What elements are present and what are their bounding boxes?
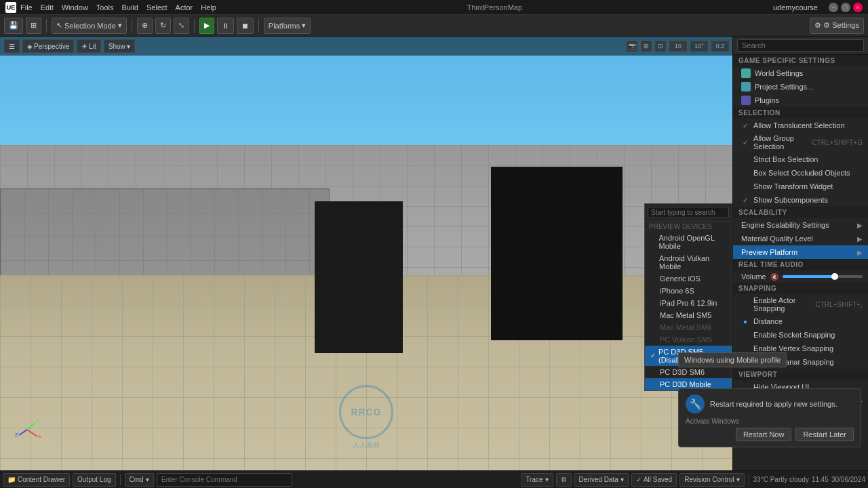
bottom-bar: 📁 Content Drawer Output Log Cmd ▾ Trace … [0,470,868,488]
titlebar-menu: File Edit Window Tools Build Select Acto… [20,3,216,12]
box-select-occluded-item[interactable]: Box Select Occluded Objects [733,166,868,180]
dropdown-item-0[interactable]: Android OpenGL Mobile [645,232,732,252]
main-toolbar: 💾 ⊞ ↖ Selection Mode ▾ ⊕ ↻ ⤡ ▶ ⏸ ⏹ Platf… [0,15,868,37]
allow-group-selection-item[interactable]: ✓ Allow Group Selection CTRL+SHIFT+G [733,132,868,152]
viewport-icon-grid[interactable]: ⊞ [640,40,652,52]
search-area [733,37,868,55]
volume-fill [783,275,835,278]
settings-button[interactable]: ⚙ ⚙ Settings [810,18,864,34]
output-log-button[interactable]: Output Log [73,473,115,487]
transform-button[interactable]: ⊕ [137,18,153,34]
maximize-button[interactable]: □ [841,3,850,12]
distance-item[interactable]: ● Distance [733,314,868,328]
enable-actor-snapping-item[interactable]: Enable Actor Snapping CTRL+SHIFT+, [733,294,868,314]
save-all-icon: ⊞ [31,21,37,30]
menu-tools[interactable]: Tools [96,3,114,12]
check-show-transform [741,182,749,190]
menu-window[interactable]: Window [62,3,88,12]
pause-button[interactable]: ⏸ [217,18,234,34]
settings-icon-btn[interactable]: ⚙ [556,473,572,487]
all-saved-button[interactable]: ✓ All Saved [631,473,677,487]
save-button[interactable]: 💾 [4,18,23,34]
selection-icon: ↖ [56,21,62,30]
play-button[interactable]: ▶ [199,18,214,34]
derived-data-button[interactable]: Derived Data ▾ [574,473,629,487]
restart-later-button[interactable]: Restart Later [795,428,854,441]
dropdown-item-4[interactable]: iPad Pro 6 12.9in [645,297,732,309]
cmd-button[interactable]: Cmd ▾ [125,473,154,487]
viewport-icon-snap[interactable]: ⊡ [654,40,667,52]
allow-translucent-item[interactable]: ✓ Allow Translucent Selection [733,119,868,132]
selection-mode-button[interactable]: ↖ Selection Mode ▾ [52,18,127,34]
svg-line-1 [27,423,35,430]
section-selection: SELECTION [733,107,868,119]
svg-text:Z: Z [15,432,18,438]
ue-logo: UE [5,2,16,13]
content-drawer-icon: 📁 [7,476,16,483]
viewport-icon-camera[interactable]: 📷 [626,40,638,52]
show-transform-item[interactable]: Show Transform Widget [733,180,868,193]
viewport[interactable]: ☰ ◈ Perspective ☀ Lit Show ▾ 📷 ⊞ ⊡ 10 10… [0,37,732,470]
revision-control-button[interactable]: Revision Control ▾ [679,473,744,487]
show-button[interactable]: Show ▾ [104,39,135,53]
dropdown-item-1[interactable]: Android Vulkan Mobile [645,252,732,272]
preview-platform-item[interactable]: Preview Platform ▶ [733,245,868,259]
show-subcomponents-item[interactable]: ✓ Show Subcomponents [733,193,868,207]
restart-buttons: Restart Now Restart Later [686,428,854,441]
dropdown-item-3[interactable]: iPhone 6S [645,285,732,297]
temperature-label: 33°C Partly cloudy [753,476,809,483]
menu-edit[interactable]: Edit [41,3,54,12]
viewport-icon-scale[interactable]: 0.2 [711,40,730,52]
dropdown-item-5[interactable]: Mac Metal SM5 [645,309,732,321]
stop-button[interactable]: ⏹ [237,18,254,34]
plugins-icon [741,96,751,105]
save-all-button[interactable]: ⊞ [26,18,41,34]
toolbar-separator-1 [46,19,47,33]
platforms-button[interactable]: Platforms ▾ [264,18,311,34]
scale-button[interactable]: ⤡ [174,18,189,34]
enable-socket-snapping-item[interactable]: Enable Socket Snapping [733,328,868,342]
chevron-down-icon: ▾ [736,476,740,483]
viewport-icon-10[interactable]: 10 [669,40,688,52]
mute-icon[interactable]: 🔇 [770,273,778,281]
project-settings-item[interactable]: Project Settings... [733,80,868,94]
minimize-button[interactable]: − [829,3,838,12]
dropdown-item-2[interactable]: Generic iOS [645,272,732,285]
engine-scalability-item[interactable]: Engine Scalability Settings ▶ [733,218,868,232]
menu-actor[interactable]: Actor [176,3,193,12]
watermark: RRCG 人人素材 [339,385,393,450]
menu-file[interactable]: File [20,3,33,12]
project-settings-icon [741,82,751,92]
rotate-button[interactable]: ↻ [155,18,171,34]
lit-button[interactable]: ☀ Lit [77,39,101,53]
perspective-button[interactable]: ◈ Perspective [22,39,74,53]
actor-snap-shortcut: CTRL+SHIFT+, [816,301,863,308]
console-input[interactable] [157,473,292,487]
dropdown-item-9[interactable]: PC D3D SM6 [645,366,732,378]
plugins-item[interactable]: Plugins [733,94,868,107]
check-socket-snap [741,331,749,339]
restart-now-button[interactable]: Restart Now [736,428,792,441]
world-settings-item[interactable]: World Settings [733,66,868,80]
restart-icon: 🔧 [686,394,705,413]
menu-select[interactable]: Select [146,3,167,12]
menu-help[interactable]: Help [201,3,216,12]
restart-header: 🔧 Restart required to apply new settings… [686,394,854,413]
menu-build[interactable]: Build [122,3,138,12]
section-scalability: SCALABILITY [733,207,868,218]
dropdown-search-input[interactable] [648,207,729,218]
viewport-menu-button[interactable]: ☰ [4,39,20,53]
dark-block-1 [315,201,403,353]
save-icon: 💾 [9,21,18,30]
material-quality-item[interactable]: Material Quality Level ▶ [733,232,868,245]
trace-button[interactable]: Trace ▾ [521,473,553,487]
volume-row: Volume 🔇 [733,270,868,283]
toolbar-separator-4 [258,19,259,33]
search-input[interactable] [737,39,864,52]
viewport-icon-angle[interactable]: 10° [690,40,709,52]
strict-box-item[interactable]: Strict Box Selection [733,152,868,166]
content-drawer-button[interactable]: 📁 Content Drawer [3,473,70,487]
volume-slider[interactable] [783,275,863,278]
close-button[interactable]: × [853,3,863,12]
section-game-specific: GAME SPECIFIC SETTINGS [733,55,868,66]
